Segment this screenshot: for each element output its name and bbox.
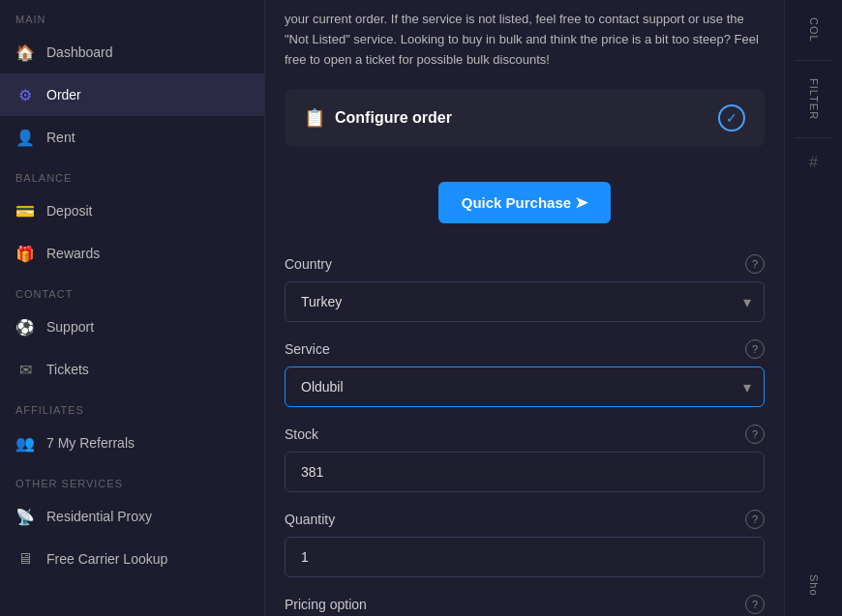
quantity-label-row: Quantity ? [285, 510, 765, 529]
sidebar-label-rent: Rent [46, 130, 75, 145]
chevron-down-icon: ✓ [726, 110, 737, 126]
sidebar-section-contact: CONTACT ⚽ Support ✉ Tickets [0, 275, 264, 391]
service-field-group: Service ? Oldubil [285, 339, 765, 407]
sidebar-label-deposit: Deposit [46, 203, 92, 219]
sidebar-item-order[interactable]: ⚙ Order [0, 73, 264, 116]
service-select[interactable]: Oldubil [285, 367, 765, 407]
sidebar: MAIN 🏠 Dashboard ⚙ Order 👤 Rent BALANCE … [0, 0, 265, 616]
rewards-icon: 🎁 [15, 244, 35, 263]
pricing-option-label-row: Pricing option ? [285, 595, 765, 614]
configure-order-section: 📋 Configure order ✓ [285, 89, 765, 147]
deposit-icon: 💳 [15, 201, 35, 220]
right-panel-divider-1 [795, 60, 833, 61]
pricing-option-field-group: Pricing option ? [285, 595, 765, 614]
right-panel: COL Filter # Sho [784, 0, 842, 616]
sidebar-item-rewards[interactable]: 🎁 Rewards [0, 232, 264, 275]
quantity-input[interactable] [285, 537, 765, 577]
sidebar-label-rewards: Rewards [46, 246, 100, 261]
country-field-group: Country ? Turkey [285, 254, 765, 322]
sidebar-item-free-carrier-lookup[interactable]: 🖥 Free Carrier Lookup [0, 538, 264, 580]
residential-proxy-icon: 📡 [15, 507, 35, 526]
configure-title-text: Configure order [335, 109, 452, 127]
sidebar-item-rent[interactable]: 👤 Rent [0, 116, 264, 159]
configure-collapse-button[interactable]: ✓ [718, 104, 745, 132]
sidebar-label-dashboard: Dashboard [46, 44, 113, 60]
stock-label-row: Stock ? [285, 425, 765, 444]
stock-input[interactable] [285, 452, 765, 492]
right-panel-show-tab[interactable]: Sho [802, 565, 826, 606]
pricing-option-help-icon[interactable]: ? [745, 595, 765, 614]
quantity-help-icon[interactable]: ? [745, 510, 765, 529]
sidebar-label-support: Support [46, 319, 94, 335]
quick-purchase-label: Quick Purchase [462, 194, 571, 211]
sidebar-label-free-carrier-lookup: Free Carrier Lookup [46, 551, 167, 567]
sidebar-item-my-referrals[interactable]: 👥 7 My Referrals [0, 422, 264, 464]
main-content: your current order. If the service is no… [265, 0, 784, 616]
sidebar-item-tickets[interactable]: ✉ Tickets [0, 348, 264, 391]
sidebar-label-order: Order [46, 87, 81, 103]
sidebar-section-other-services: OTHER SERVICES 📡 Residential Proxy 🖥 Fre… [0, 464, 264, 580]
service-select-wrapper: Oldubil [285, 367, 765, 407]
sidebar-section-label-contact: CONTACT [0, 275, 264, 306]
sidebar-section-label-balance: BALANCE [0, 159, 264, 190]
tickets-icon: ✉ [15, 360, 35, 379]
stock-field-group: Stock ? [285, 425, 765, 492]
send-icon: ➤ [575, 194, 587, 211]
order-icon: ⚙ [15, 85, 35, 104]
country-label-row: Country ? [285, 254, 765, 274]
free-carrier-lookup-icon: 🖥 [15, 549, 35, 569]
right-panel-hash: # [801, 146, 826, 179]
configure-header: 📋 Configure order ✓ [304, 104, 745, 132]
sidebar-section-label-affiliates: AFFILIATES [0, 391, 264, 422]
service-label: Service [285, 341, 330, 357]
sidebar-label-my-referrals: 7 My Referrals [46, 435, 135, 451]
sidebar-section-label-main: MAIN [0, 0, 264, 31]
sidebar-label-residential-proxy: Residential Proxy [46, 509, 152, 524]
sidebar-item-dashboard[interactable]: 🏠 Dashboard [0, 31, 264, 73]
country-label: Country [285, 256, 332, 272]
dashboard-icon: 🏠 [15, 43, 35, 62]
rent-icon: 👤 [15, 128, 35, 147]
sidebar-item-residential-proxy[interactable]: 📡 Residential Proxy [0, 495, 264, 538]
sidebar-label-tickets: Tickets [46, 362, 89, 377]
intro-text: your current order. If the service is no… [285, 0, 765, 89]
service-help-icon[interactable]: ? [745, 339, 765, 359]
right-panel-filter-tab[interactable]: Filter [802, 69, 826, 130]
pricing-option-label: Pricing option [285, 597, 367, 612]
quantity-field-group: Quantity ? [285, 510, 765, 577]
sidebar-section-label-other-services: OTHER SERVICES [0, 464, 264, 495]
sidebar-section-balance: BALANCE 💳 Deposit 🎁 Rewards [0, 159, 264, 275]
sidebar-section-affiliates: AFFILIATES 👥 7 My Referrals [0, 391, 264, 464]
service-label-row: Service ? [285, 339, 765, 359]
right-panel-divider-2 [795, 137, 833, 138]
sidebar-section-main: MAIN 🏠 Dashboard ⚙ Order 👤 Rent [0, 0, 264, 159]
sidebar-item-support[interactable]: ⚽ Support [0, 306, 264, 348]
stock-label: Stock [285, 426, 318, 442]
right-panel-col-tab[interactable]: COL [802, 8, 826, 52]
support-icon: ⚽ [15, 317, 35, 337]
country-select[interactable]: Turkey [285, 281, 765, 322]
quick-purchase-button[interactable]: Quick Purchase ➤ [438, 182, 612, 223]
quantity-label: Quantity [285, 512, 335, 527]
country-select-wrapper: Turkey [285, 281, 765, 322]
country-help-icon[interactable]: ? [745, 254, 765, 274]
my-referrals-icon: 👥 [15, 433, 35, 453]
sidebar-item-deposit[interactable]: 💳 Deposit [0, 190, 264, 232]
stock-help-icon[interactable]: ? [745, 425, 765, 444]
configure-title: 📋 Configure order [304, 107, 452, 129]
configure-doc-icon: 📋 [304, 107, 325, 129]
